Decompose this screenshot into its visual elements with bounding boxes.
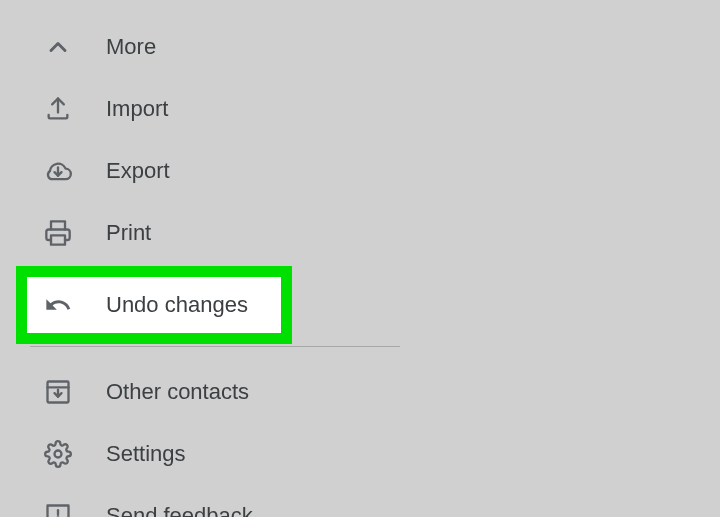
svg-rect-2 bbox=[51, 235, 65, 244]
menu-item-print[interactable]: Print bbox=[0, 202, 400, 264]
menu-item-undo-changes[interactable]: Undo changes bbox=[27, 277, 281, 333]
gear-icon bbox=[44, 440, 72, 468]
menu-item-other-contacts[interactable]: Other contacts bbox=[0, 361, 400, 423]
cloud-download-icon bbox=[44, 157, 72, 185]
undo-icon bbox=[44, 291, 72, 319]
menu-label: Settings bbox=[106, 441, 186, 467]
menu-label: Undo changes bbox=[106, 292, 248, 318]
chevron-up-icon bbox=[44, 33, 72, 61]
archive-icon bbox=[44, 378, 72, 406]
menu-item-settings[interactable]: Settings bbox=[0, 423, 400, 485]
menu-label: Export bbox=[106, 158, 170, 184]
menu-label: Other contacts bbox=[106, 379, 249, 405]
divider bbox=[30, 346, 400, 347]
menu-label: Import bbox=[106, 96, 168, 122]
menu-label: Send feedback bbox=[106, 503, 253, 517]
upload-icon bbox=[44, 95, 72, 123]
print-icon bbox=[44, 219, 72, 247]
menu-item-export[interactable]: Export bbox=[0, 140, 400, 202]
menu-label: Print bbox=[106, 220, 151, 246]
menu-item-import[interactable]: Import bbox=[0, 78, 400, 140]
menu-item-send-feedback[interactable]: Send feedback bbox=[0, 485, 400, 517]
highlight-box: Undo changes bbox=[16, 266, 292, 344]
menu-label: More bbox=[106, 34, 156, 60]
menu-item-more[interactable]: More bbox=[0, 16, 400, 78]
sidebar-menu: More Import Export bbox=[0, 0, 400, 517]
svg-point-6 bbox=[55, 451, 62, 458]
feedback-icon bbox=[44, 502, 72, 517]
